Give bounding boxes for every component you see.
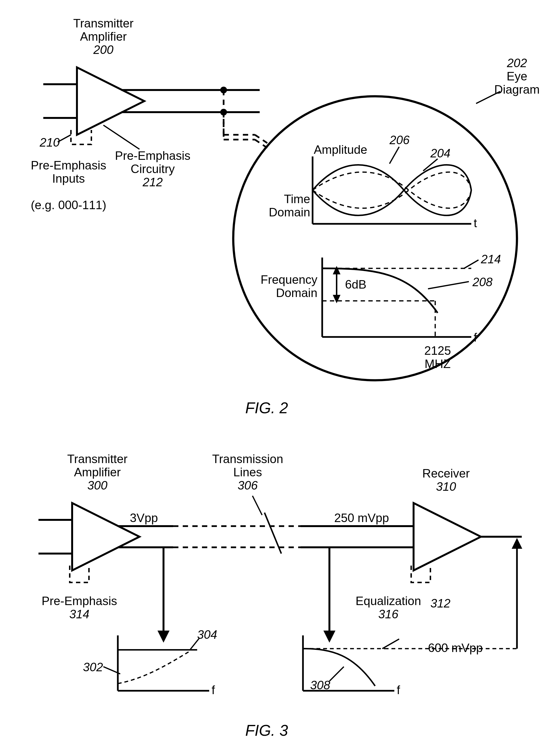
text: FIG. 2 xyxy=(245,399,288,416)
text: 2125 xyxy=(424,344,451,358)
text: Amplifier xyxy=(74,466,121,479)
text: 210 xyxy=(40,136,60,149)
fig2-2125mhz-label: 2125 MHZ xyxy=(418,344,457,371)
text: Transmitter xyxy=(67,452,128,466)
text: f xyxy=(474,331,477,344)
fig3-right-f-axis: f xyxy=(397,684,400,697)
text: 206 xyxy=(389,133,409,147)
fig3-ref312-leader xyxy=(382,639,399,649)
text: 202 xyxy=(507,56,527,70)
fig3-ref-304: 304 xyxy=(197,628,217,641)
fig2-ref206-leader xyxy=(389,147,399,164)
text: Circuitry xyxy=(131,162,175,176)
fig2-ref212-leader xyxy=(104,125,139,149)
fig3-receiver-amplifier xyxy=(413,503,481,571)
text: Time xyxy=(284,192,310,206)
text: 312 xyxy=(430,597,450,610)
fig3-600mvpp-label: 600 mVpp xyxy=(428,641,483,655)
fig2-ref-214: 214 xyxy=(481,253,501,266)
text: Amplitude xyxy=(314,143,367,156)
diagram-svg xyxy=(0,0,560,749)
text: 302 xyxy=(83,660,103,674)
fig3-3vpp-label: 3Vpp xyxy=(130,511,158,525)
fig2-tx-label: Transmitter Amplifier 200 xyxy=(67,17,139,57)
text: Amplifier xyxy=(80,30,127,43)
fig3-transmitter-amplifier xyxy=(72,503,139,571)
text: Eye xyxy=(507,69,527,83)
text: 310 xyxy=(436,480,456,493)
fig2-ref-206: 206 xyxy=(389,133,409,147)
text: 300 xyxy=(87,479,107,492)
text: Pre-Emphasis xyxy=(42,594,117,608)
svg-marker-13 xyxy=(323,630,335,643)
text: Diagram xyxy=(494,83,540,96)
fig2-ref-204: 204 xyxy=(430,147,450,160)
fig2-preemphasis-inputs-label: Pre-Emphasis Inputs (e.g. 000-111) xyxy=(29,159,108,212)
svg-marker-20 xyxy=(512,538,522,549)
fig2-freq-domain-label: Frequency Domain xyxy=(255,273,317,300)
fig3-preemphasis-label: Pre-Emphasis 314 xyxy=(40,595,119,621)
text: (e.g. 000-111) xyxy=(31,198,106,212)
text: Pre-Emphasis xyxy=(115,149,191,163)
fig2-ref-210: 210 xyxy=(40,136,60,149)
fig3-equalization-label: Equalization 316 xyxy=(351,595,426,621)
svg-marker-11 xyxy=(157,630,170,643)
fig2-amplitude-label: Amplitude xyxy=(314,143,367,156)
fig2-t-axis: t xyxy=(474,217,477,230)
fig3-left-arrow xyxy=(157,547,170,643)
text: 204 xyxy=(430,147,450,160)
fig3-caption: FIG. 3 xyxy=(245,722,288,739)
text: Pre-Emphasis xyxy=(31,158,106,172)
fig2-eye-diagram-label: 202 Eye Diagram xyxy=(488,57,546,96)
fig2-tap-lines xyxy=(224,90,269,149)
text: t xyxy=(474,216,477,230)
fig2-caption: FIG. 2 xyxy=(245,400,288,416)
text: 304 xyxy=(197,628,217,641)
fig3-left-f-axis: f xyxy=(211,684,215,697)
text: Transmitter xyxy=(73,17,134,30)
fig2-time-domain-label: Time Domain xyxy=(262,193,310,219)
text: FIG. 3 xyxy=(245,722,288,739)
text: Domain xyxy=(269,206,310,219)
text: 214 xyxy=(481,253,501,266)
text: f xyxy=(397,683,400,697)
fig2-f-axis: f xyxy=(474,331,477,344)
fig2-ref214-leader xyxy=(464,260,478,269)
text: Lines xyxy=(233,466,262,479)
text: 200 xyxy=(93,43,113,57)
fig2-freq-plot xyxy=(322,258,471,337)
svg-marker-8 xyxy=(333,266,340,274)
text: Domain xyxy=(276,286,317,300)
text: Receiver xyxy=(422,467,470,480)
text: 306 xyxy=(238,479,257,492)
text: 6dB xyxy=(345,278,366,291)
text: 208 xyxy=(472,275,492,289)
fig3-output-feedback-arrow xyxy=(385,538,522,649)
fig3-right-arrow xyxy=(323,547,335,643)
text: Transmission xyxy=(212,452,283,466)
fig3-ref-312: 312 xyxy=(430,597,450,610)
fig2-time-plot xyxy=(313,156,471,224)
fig3-ref-302: 302 xyxy=(83,661,103,674)
fig2-preemphasis-circuitry-label: Pre-Emphasis Circuitry 212 xyxy=(113,149,192,189)
fig3-ref308-leader xyxy=(330,667,344,681)
fig3-ref306-leader xyxy=(252,496,262,515)
fig3-tx-label: Transmitter Amplifier 300 xyxy=(61,452,133,492)
fig2-ref208-leader xyxy=(428,282,469,289)
text: 316 xyxy=(378,607,398,621)
text: f xyxy=(211,683,215,697)
fig3-tl-label: Transmission Lines 306 xyxy=(209,452,286,492)
page: Transmitter Amplifier 200 210 Pre-Emphas… xyxy=(0,0,560,749)
text: Equalization xyxy=(356,594,421,608)
text: 308 xyxy=(310,679,330,692)
text: 600 mVpp xyxy=(428,641,483,655)
text: 250 mVpp xyxy=(334,511,389,525)
fig3-250mvpp-label: 250 mVpp xyxy=(334,511,389,525)
text: 3Vpp xyxy=(130,511,158,525)
fig2-6db-label: 6dB xyxy=(345,278,366,291)
fig2-transmitter-amplifier xyxy=(77,67,144,135)
fig3-rx-label: Receiver 310 xyxy=(416,467,476,493)
fig2-ref-208: 208 xyxy=(472,276,492,289)
text: MHZ xyxy=(425,357,451,371)
svg-marker-9 xyxy=(333,295,340,303)
